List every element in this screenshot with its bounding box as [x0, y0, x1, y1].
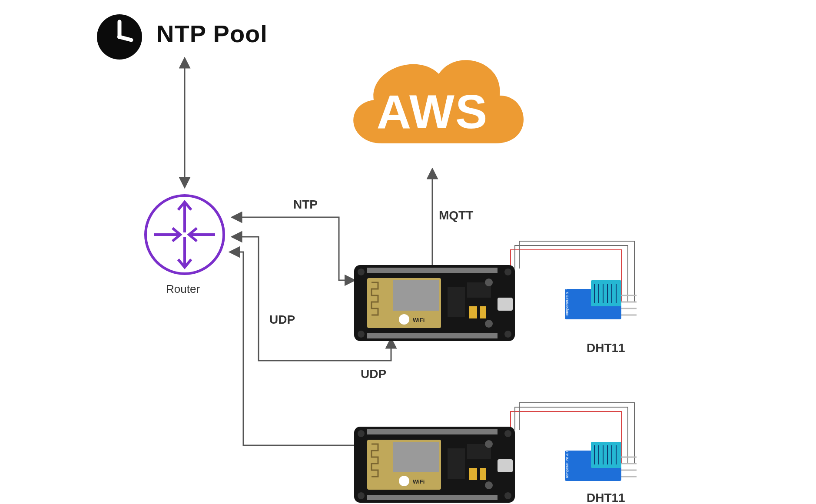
svg-rect-20	[448, 287, 465, 317]
svg-point-11	[504, 269, 511, 275]
svg-point-12	[358, 331, 365, 338]
sensor-icon: Temperature & Humidity	[565, 272, 647, 328]
svg-point-42	[485, 481, 493, 489]
svg-rect-15	[367, 333, 498, 338]
microcontroller-icon: WiFi	[354, 427, 515, 503]
svg-rect-35	[393, 442, 439, 472]
svg-rect-47	[591, 280, 621, 306]
svg-point-28	[358, 430, 365, 437]
svg-point-36	[399, 476, 409, 486]
svg-point-23	[485, 279, 493, 286]
svg-text:Temperature & Humidity: Temperature & Humidity	[565, 437, 569, 479]
svg-rect-33	[367, 495, 498, 500]
svg-rect-14	[367, 268, 498, 273]
ntp-pool-label: NTP Pool	[156, 20, 268, 48]
svg-point-24	[485, 320, 493, 328]
ntp-pool-node	[96, 13, 143, 61]
svg-rect-26	[480, 306, 486, 318]
svg-rect-25	[469, 306, 477, 318]
svg-point-31	[504, 492, 511, 499]
dht11-sensor-1: Temperature & Humidity	[565, 272, 647, 328]
svg-rect-60	[591, 442, 621, 468]
aws-cloud-icon: AWS	[330, 43, 534, 174]
svg-text:WiFi: WiFi	[413, 317, 425, 323]
esp-board-1: WiFi	[354, 265, 515, 341]
svg-point-10	[358, 269, 365, 275]
aws-node: AWS	[330, 43, 534, 174]
svg-rect-40	[498, 459, 513, 472]
svg-point-18	[399, 314, 409, 325]
router-node	[139, 189, 230, 280]
edge-router-board1-ntp	[232, 217, 354, 280]
svg-text:WiFi: WiFi	[413, 478, 425, 485]
dht11-sensor-2: Temperature & Humidity	[565, 433, 647, 490]
edge-label-mqtt: MQTT	[439, 209, 473, 222]
edge-label-udp1: UDP	[269, 313, 295, 327]
svg-point-41	[485, 440, 493, 448]
svg-text:Temperature & Humidity: Temperature & Humidity	[565, 275, 569, 317]
edge-board2-router	[230, 252, 354, 445]
svg-rect-43	[469, 468, 477, 480]
edge-label-udp2: UDP	[361, 367, 386, 381]
router-icon	[139, 189, 230, 280]
dht11-label-2: DHT11	[587, 491, 625, 504]
svg-point-30	[358, 492, 365, 499]
svg-point-29	[504, 430, 511, 437]
svg-rect-38	[448, 448, 465, 479]
aws-label: AWS	[377, 85, 488, 138]
clock-icon	[96, 13, 143, 61]
svg-rect-17	[393, 280, 439, 311]
esp-board-2: WiFi	[354, 427, 515, 503]
router-label: Router	[166, 282, 200, 296]
svg-rect-22	[498, 298, 513, 311]
dht11-label-1: DHT11	[587, 341, 625, 355]
svg-point-13	[504, 331, 511, 338]
sensor-icon: Temperature & Humidity	[565, 433, 647, 490]
svg-rect-32	[367, 429, 498, 434]
edge-label-ntp: NTP	[293, 198, 318, 212]
microcontroller-icon: WiFi	[354, 265, 515, 341]
svg-rect-44	[480, 468, 486, 480]
